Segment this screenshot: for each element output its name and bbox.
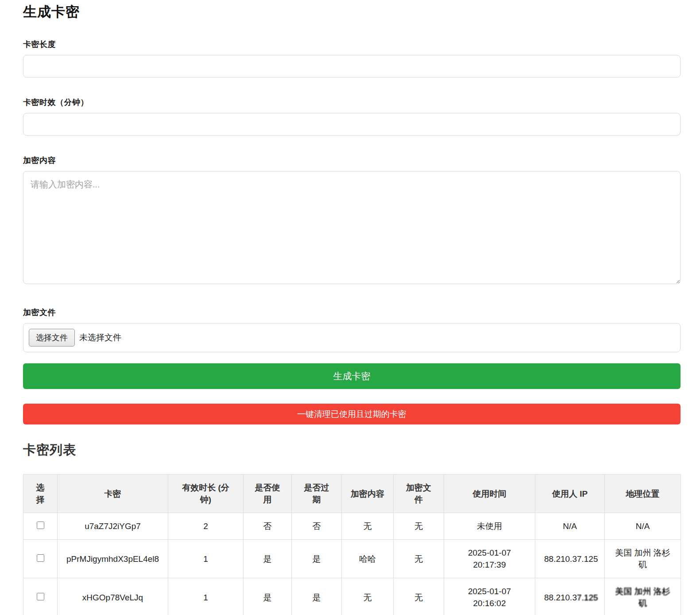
field-key-duration: 卡密时效（分钟） bbox=[23, 97, 681, 136]
file-cell: 无 bbox=[394, 513, 444, 540]
key-length-label: 卡密长度 bbox=[23, 39, 681, 50]
header-file: 加密文件 bbox=[394, 475, 444, 513]
use-time-cell: 2025-01-07 20:16:02 bbox=[444, 578, 535, 615]
select-cell bbox=[23, 578, 58, 615]
table-row: pPrMJigymhdX3pEL4el8 1 是 是 哈哈 无 2025-01-… bbox=[23, 540, 681, 578]
expired-cell: 是 bbox=[292, 540, 342, 578]
header-user-ip: 使用人 IP bbox=[535, 475, 605, 513]
use-time-cell: 2025-01-07 20:17:39 bbox=[444, 540, 535, 578]
content-cell: 无 bbox=[342, 513, 394, 540]
table-header-row: 选择 卡密 有效时长 (分钟) 是否使用 是否过期 加密内容 加密文件 使用时间… bbox=[23, 475, 681, 513]
key-duration-label: 卡密时效（分钟） bbox=[23, 97, 681, 108]
table-row: xHGOp78VeLJq 1 是 是 无 无 2025-01-07 20:16:… bbox=[23, 578, 681, 615]
header-location: 地理位置 bbox=[605, 475, 681, 513]
header-used: 是否使用 bbox=[244, 475, 292, 513]
file-cell: 无 bbox=[394, 540, 444, 578]
content-cell: 无 bbox=[342, 578, 394, 615]
header-duration: 有效时长 (分钟) bbox=[168, 475, 244, 513]
location-cell: 美国 加州 洛杉矶 bbox=[605, 578, 681, 615]
location-cell: N/A bbox=[605, 513, 681, 540]
select-cell bbox=[23, 513, 58, 540]
used-cell: 否 bbox=[244, 513, 292, 540]
key-cell: u7aZ7J2iYGp7 bbox=[58, 513, 168, 540]
field-encrypted-file: 加密文件 选择文件 未选择文件 bbox=[23, 307, 681, 352]
generate-key-button[interactable]: 生成卡密 bbox=[23, 363, 681, 389]
key-length-input[interactable] bbox=[23, 55, 681, 78]
ip-cell: 88.210.37.125 bbox=[535, 540, 605, 578]
header-select: 选择 bbox=[23, 475, 58, 513]
cleanup-expired-button[interactable]: 一键清理已使用且过期的卡密 bbox=[23, 404, 681, 424]
content-cell: 哈哈 bbox=[342, 540, 394, 578]
encrypted-file-label: 加密文件 bbox=[23, 307, 681, 318]
ip-cell: N/A bbox=[535, 513, 605, 540]
header-expired: 是否过期 bbox=[292, 475, 342, 513]
encrypted-content-label: 加密内容 bbox=[23, 155, 681, 166]
row-checkbox[interactable] bbox=[37, 593, 44, 600]
header-use-time: 使用时间 bbox=[444, 475, 535, 513]
ip-clear-part: 88.210.3 bbox=[544, 593, 577, 602]
ip-cell: 88.210.37.125 bbox=[535, 578, 605, 615]
choose-file-button[interactable]: 选择文件 bbox=[29, 329, 75, 346]
file-cell: 无 bbox=[394, 578, 444, 615]
expired-cell: 是 bbox=[292, 578, 342, 615]
table-row: u7aZ7J2iYGp7 2 否 否 无 无 未使用 N/A N/A bbox=[23, 513, 681, 540]
duration-cell: 2 bbox=[168, 513, 244, 540]
key-list-title: 卡密列表 bbox=[23, 441, 681, 459]
duration-cell: 1 bbox=[168, 578, 244, 615]
encrypted-content-textarea[interactable] bbox=[23, 171, 681, 284]
ip-smudged-part: 7.125 bbox=[577, 593, 598, 602]
field-key-length: 卡密长度 bbox=[23, 39, 681, 78]
field-encrypted-content: 加密内容 bbox=[23, 155, 681, 284]
page-container: 生成卡密 卡密长度 卡密时效（分钟） 加密内容 加密文件 选择文件 未选择文件 … bbox=[0, 0, 700, 615]
row-checkbox[interactable] bbox=[37, 554, 44, 562]
location-cell: 美国 加州 洛杉矶 bbox=[605, 540, 681, 578]
key-table: 选择 卡密 有效时长 (分钟) 是否使用 是否过期 加密内容 加密文件 使用时间… bbox=[23, 474, 681, 615]
key-cell: pPrMJigymhdX3pEL4el8 bbox=[58, 540, 168, 578]
key-duration-input[interactable] bbox=[23, 113, 681, 136]
file-input[interactable]: 选择文件 未选择文件 bbox=[23, 323, 681, 352]
used-cell: 是 bbox=[244, 578, 292, 615]
select-cell bbox=[23, 540, 58, 578]
header-content: 加密内容 bbox=[342, 475, 394, 513]
use-time-cell: 未使用 bbox=[444, 513, 535, 540]
duration-cell: 1 bbox=[168, 540, 244, 578]
row-checkbox[interactable] bbox=[37, 522, 44, 529]
page-title: 生成卡密 bbox=[23, 3, 681, 21]
key-cell: xHGOp78VeLJq bbox=[58, 578, 168, 615]
file-status-text: 未选择文件 bbox=[79, 332, 121, 343]
expired-cell: 否 bbox=[292, 513, 342, 540]
location-smudged-text: 美国 加州 洛杉矶 bbox=[615, 587, 670, 608]
header-key: 卡密 bbox=[58, 475, 168, 513]
used-cell: 是 bbox=[244, 540, 292, 578]
